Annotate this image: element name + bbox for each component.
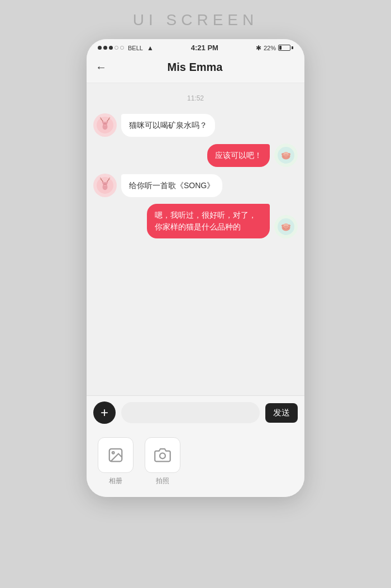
- back-button[interactable]: ←: [96, 59, 111, 76]
- status-left: BELL ▲: [98, 44, 154, 52]
- message-row-2: 应该可以吧！: [93, 144, 298, 167]
- svg-point-5: [104, 123, 105, 125]
- svg-point-18: [104, 184, 105, 185]
- bluetooth-icon: ✱: [256, 44, 261, 52]
- signal-dot-1: [98, 46, 102, 50]
- wifi-icon: ▲: [147, 44, 154, 52]
- message-row-3: 给你听一首歌《SONG》: [93, 174, 298, 197]
- page-wrapper: UI SCREEN BELL ▲ 4:21 PM ✱ 22%: [0, 0, 391, 588]
- status-time: 4:21 PM: [191, 44, 218, 52]
- bubble-text-1: 猫咪可以喝矿泉水吗？: [129, 121, 207, 130]
- shell-avatar-icon: [278, 147, 294, 164]
- signal-dot-2: [103, 46, 107, 50]
- avatar-left-1: [93, 113, 117, 137]
- chat-area: 11:52: [87, 83, 304, 395]
- phone-frame: BELL ▲ 4:21 PM ✱ 22% ← Mis Emma 11: [87, 39, 304, 497]
- album-label: 相册: [109, 476, 122, 486]
- svg-point-27: [112, 452, 115, 454]
- album-button[interactable]: 相册: [98, 437, 133, 486]
- camera-button[interactable]: 拍照: [145, 437, 180, 486]
- send-button[interactable]: 发送: [265, 403, 298, 423]
- avatar-right-2: [274, 144, 298, 167]
- deer-avatar-icon-2: [97, 177, 113, 194]
- bubble-msg-3: 给你听一首歌《SONG》: [121, 174, 222, 197]
- album-icon-box: [98, 437, 133, 473]
- bubble-msg-4: 嗯，我听过，很好听，对了，你家样的猫是什么品种的: [147, 204, 270, 238]
- signal-dot-5: [120, 46, 124, 50]
- battery-icon: [278, 45, 293, 51]
- media-picker-area: 相册 拍照: [87, 429, 304, 497]
- message-input[interactable]: [121, 402, 260, 423]
- message-row-4: 嗯，我听过，很好听，对了，你家样的猫是什么品种的: [93, 204, 298, 238]
- camera-label: 拍照: [156, 476, 169, 486]
- battery-body: [278, 45, 290, 51]
- message-row-1: 猫咪可以喝矿泉水吗？: [93, 113, 298, 137]
- page-title: Mis Emma: [111, 61, 279, 74]
- image-icon: [107, 447, 124, 463]
- signal-dot-3: [109, 46, 113, 50]
- bubble-text-2: 应该可以吧！: [215, 151, 262, 160]
- carrier-label: BELL: [128, 45, 143, 51]
- battery-tip: [292, 46, 293, 49]
- shell-avatar-icon-2: [278, 218, 294, 235]
- svg-point-6: [106, 123, 107, 125]
- plus-button[interactable]: +: [93, 401, 116, 424]
- svg-point-20: [104, 185, 106, 186]
- bubble-text-3: 给你听一首歌《SONG》: [129, 181, 214, 190]
- nav-bar: ← Mis Emma: [87, 54, 304, 83]
- bubble-text-4: 嗯，我听过，很好听，对了，你家样的猫是什么品种的: [155, 211, 256, 231]
- bubble-msg-2: 应该可以吧！: [207, 144, 270, 167]
- status-right: ✱ 22%: [256, 44, 293, 52]
- signal-dot-4: [115, 46, 118, 50]
- bubble-msg-1: 猫咪可以喝矿泉水吗？: [121, 114, 215, 137]
- camera-icon-box: [145, 437, 180, 473]
- svg-point-19: [106, 184, 107, 185]
- avatar-left-3: [93, 174, 117, 197]
- svg-point-7: [104, 125, 106, 126]
- battery-pct-label: 22%: [264, 45, 276, 51]
- svg-point-28: [160, 453, 165, 458]
- battery-fill: [279, 46, 282, 50]
- deer-avatar-icon: [97, 117, 113, 133]
- chat-timestamp: 11:52: [93, 94, 298, 102]
- input-area: + 发送: [87, 395, 304, 429]
- status-bar: BELL ▲ 4:21 PM ✱ 22%: [87, 39, 304, 54]
- camera-icon: [154, 447, 171, 463]
- avatar-right-4: [274, 215, 298, 238]
- ui-screen-label: UI SCREEN: [133, 11, 258, 29]
